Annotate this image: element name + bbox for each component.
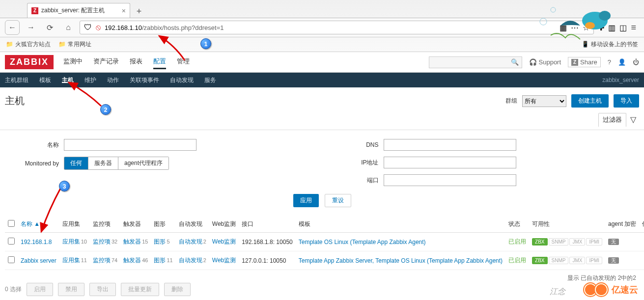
th-discovery[interactable]: 自动发现 [176, 216, 209, 233]
graphs-link[interactable]: 图形 [154, 257, 166, 264]
th-tmpl: 模板 [296, 216, 505, 233]
search-input[interactable] [432, 59, 511, 66]
host-link[interactable]: 192.168.1.8 [21, 239, 52, 245]
port-label: 端口 [349, 176, 379, 185]
status-link[interactable]: 已启用 [508, 238, 526, 245]
ext-icon-2[interactable]: ▥ [608, 23, 616, 32]
ext-icon-3[interactable]: ◫ [619, 23, 627, 32]
port-input[interactable] [384, 174, 516, 186]
nav-admin[interactable]: 管理 [177, 55, 190, 69]
qr-icon[interactable]: ▦ [560, 23, 567, 32]
name-input[interactable] [64, 139, 196, 151]
nav-reports[interactable]: 报表 [130, 55, 142, 69]
seg-proxy[interactable]: agent代理程序 [118, 157, 168, 169]
avail-snmp: SNMP [549, 257, 569, 264]
reset-button[interactable]: 重设 [325, 194, 351, 207]
main-nav: 监测中 资产记录 报表 配置 管理 [63, 55, 190, 69]
filter-tab[interactable]: 过滤器 [598, 113, 626, 127]
signature: 江念 [550, 287, 565, 297]
seg-any[interactable]: 任何 [64, 157, 88, 169]
subnav-discovery[interactable]: 自动发现 [170, 76, 194, 84]
share-link[interactable]: ZShare [568, 57, 601, 67]
funnel-icon[interactable]: ▽ [630, 115, 636, 124]
mobile-bookmarks[interactable]: 移动设备上的书签 [582, 40, 638, 49]
shield-icon: 🛡 [84, 23, 92, 32]
items-link[interactable]: 监控项 [93, 238, 111, 245]
host-link[interactable]: Zabbix server [21, 257, 56, 264]
ext-icon-1[interactable]: ✚ [598, 23, 604, 32]
seg-server[interactable]: 服务器 [88, 157, 118, 169]
subnav-services[interactable]: 服务 [204, 76, 216, 84]
discovery-link[interactable]: 自动发现 [179, 257, 202, 264]
search-box[interactable]: 🔍 [429, 56, 522, 68]
subnav-actions[interactable]: 动作 [107, 76, 119, 84]
group-select[interactable]: 所有 [522, 95, 566, 107]
apps-link[interactable]: 应用集 [62, 257, 80, 264]
ip-input[interactable] [384, 157, 516, 168]
th-items[interactable]: 监控项 [90, 216, 120, 233]
help-icon[interactable]: ? [608, 58, 611, 66]
menu-icon[interactable]: ≡ [631, 23, 639, 33]
home-button[interactable]: ⌂ [61, 20, 76, 35]
discovery-link[interactable]: 自动发现 [179, 238, 202, 245]
th-status[interactable]: 状态 [505, 216, 529, 233]
power-icon[interactable]: ⏻ [633, 58, 639, 66]
status-link[interactable]: 已启用 [508, 257, 526, 264]
subnav-correlation[interactable]: 关联项事件 [130, 76, 159, 84]
subnav-user: zabbix_server [602, 77, 639, 83]
search-icon[interactable]: 🔍 [511, 58, 519, 66]
triggers-link[interactable]: 触发器 [123, 257, 141, 264]
back-button[interactable]: ← [5, 20, 20, 35]
subnav-hosts[interactable]: 主机 [62, 76, 74, 84]
subnav-templates[interactable]: 模板 [39, 76, 51, 84]
support-link[interactable]: 🎧 Support [529, 58, 561, 66]
sub-nav: 主机群组 模板 主机 维护 动作 关联项事件 自动发现 服务 zabbix_se… [0, 73, 644, 87]
nav-monitoring[interactable]: 监测中 [63, 55, 83, 69]
row-check[interactable] [8, 256, 15, 263]
bookmark-1[interactable]: 火狐官方站点 [6, 40, 51, 49]
zabbix-logo[interactable]: ZABBIX [5, 55, 54, 69]
th-apps[interactable]: 应用集 [59, 216, 90, 233]
forward-button[interactable]: → [24, 20, 38, 35]
nav-config[interactable]: 配置 [153, 55, 166, 69]
btn-disable: 禁用 [58, 283, 84, 296]
th-triggers[interactable]: 触发器 [120, 216, 151, 233]
check-all[interactable] [8, 220, 15, 227]
zabbix-header: ZABBIX 监测中 资产记录 报表 配置 管理 🔍 🎧 Support ZSh… [0, 52, 644, 73]
import-button[interactable]: 导入 [614, 94, 639, 108]
graphs-link[interactable]: 图形 [154, 238, 166, 245]
reload-button[interactable]: ⟳ [42, 20, 57, 35]
th-info: 信息 [639, 216, 644, 233]
monitored-label: Monitored by [15, 160, 59, 167]
triggers-link[interactable]: 触发器 [123, 238, 141, 245]
filter-form: 名称 Monitored by 任何 服务器 agent代理程序 DNS IP地… [0, 130, 644, 191]
table-row: Zabbix server应用集11监控项74触发器46图形11自动发现2Web… [5, 251, 644, 270]
subnav-hostgroups[interactable]: 主机群组 [5, 76, 28, 84]
star-icon[interactable]: ☆ [583, 23, 589, 32]
enc-cell: 无 [608, 239, 619, 245]
bookmark-2[interactable]: 常用网址 [58, 40, 91, 49]
web-link[interactable]: Web监测 [212, 257, 236, 264]
create-host-button[interactable]: 创建主机 [571, 94, 609, 108]
user-icon[interactable]: 👤 [618, 58, 626, 66]
row-check[interactable] [8, 238, 15, 245]
th-graphs[interactable]: 图形 [151, 216, 175, 233]
browser-tab[interactable]: Z zabbix_server: 配置主机 × [27, 3, 130, 18]
avail-cell: ZBXSNMPJMXIPMI [532, 238, 602, 245]
iface-cell: 127.0.0.1: 10050 [239, 251, 295, 270]
dns-input[interactable] [384, 139, 516, 151]
selected-text: 0 选择 [5, 285, 22, 294]
items-link[interactable]: 监控项 [93, 257, 111, 264]
nav-inventory[interactable]: 资产记录 [93, 55, 119, 69]
th-name[interactable]: 名称 ▲ [18, 216, 59, 233]
apply-button[interactable]: 应用 [293, 194, 319, 207]
web-link[interactable]: Web监测 [212, 238, 236, 245]
url-field[interactable]: 🛡 ⦸ 192.168.1.10/zabbix/hosts.php?ddrese… [80, 21, 594, 34]
close-icon[interactable]: × [122, 7, 126, 15]
more-icon[interactable]: ⋯ [571, 23, 579, 32]
new-tab-button[interactable]: + [132, 5, 146, 18]
apps-link[interactable]: 应用集 [62, 238, 80, 245]
tmpl-cell: Template OS Linux (Template App Zabbix A… [296, 233, 505, 251]
subnav-maintenance[interactable]: 维护 [84, 76, 96, 84]
th-web[interactable]: Web监测 [209, 216, 239, 233]
